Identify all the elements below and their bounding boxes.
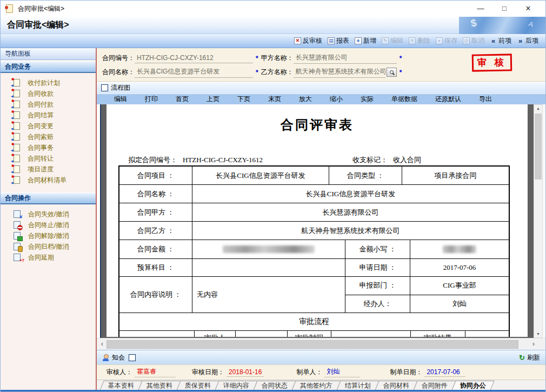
sidebar-item-payment-plan[interactable]: 收付款计划 xyxy=(1,77,96,88)
maximize-icon[interactable]: □ xyxy=(492,1,516,17)
scroll-left-icon[interactable]: ‹ xyxy=(98,338,106,350)
content-area: 合同编号： HTZH-CIG-CJ-CXZY-1612 * 甲方名称： 长兴慧源… xyxy=(97,48,545,390)
contract-name-field[interactable]: 长兴县CIG信息资源平台研发 xyxy=(135,67,253,78)
notify-label: 知会 xyxy=(112,353,125,362)
previous-item-button[interactable]: 前项 xyxy=(487,35,514,46)
close-icon[interactable]: ✕ xyxy=(516,1,540,17)
tab-contract-status[interactable]: 合同状态 xyxy=(253,381,296,390)
cancel-button[interactable]: 取消 xyxy=(460,35,487,46)
sidebar-item-contract-transfer[interactable]: 合同转让 xyxy=(1,153,96,164)
header-decoration xyxy=(459,17,545,34)
sidebar-item-contract-archive[interactable]: 合同归档/撤消 xyxy=(1,241,96,252)
approval-empty-cell xyxy=(465,331,509,337)
save-button[interactable]: 保存 xyxy=(433,35,460,46)
nav-panel-title: 导航面板 xyxy=(1,48,96,60)
party-b-row-value: 航天神舟智慧系统技术有限公司 xyxy=(192,222,509,240)
edit-button[interactable]: 编辑 xyxy=(379,35,406,46)
table-row: 合同乙方 ： 航天神舟智慧系统技术有限公司 xyxy=(119,222,509,240)
unaudit-icon xyxy=(294,37,301,44)
sidebar-item-contract-claim[interactable]: 合同索赔 xyxy=(1,131,96,142)
audit-stamp: 审 核 xyxy=(472,54,512,71)
sidebar-item-contract-payment[interactable]: 合同付款 xyxy=(1,99,96,110)
amount-small-redacted xyxy=(410,240,509,258)
name-label: 合同名称 ： xyxy=(119,185,192,203)
amount-value-redacted xyxy=(192,240,345,258)
pv-doc-data[interactable]: 单据数据 xyxy=(391,95,417,104)
tab-basic-info[interactable]: 基本资料 xyxy=(99,381,142,390)
sidebar-item-project-progress[interactable]: 项目进度 xyxy=(1,164,96,175)
sidebar-item-contract-release[interactable]: 合同解除/撤消 xyxy=(1,230,96,241)
vertical-scrollbar[interactable]: ▲ ▼ xyxy=(534,104,543,338)
pv-zoom-out[interactable]: 缩小 xyxy=(330,95,343,104)
audit-date-value: 2018-01-16 xyxy=(227,368,264,377)
minimize-icon[interactable]: — xyxy=(469,1,492,17)
vertical-scroll-thumb[interactable] xyxy=(535,114,542,180)
pv-actual-size[interactable]: 实际 xyxy=(361,95,374,104)
tab-settlement-plan[interactable]: 结算计划 xyxy=(336,381,379,390)
pv-zoom-in[interactable]: 放大 xyxy=(299,95,312,104)
notify-bar: 知会 ↻ 刷新 xyxy=(97,350,545,364)
viewport-edge xyxy=(543,104,545,338)
scroll-up-icon[interactable]: ▲ xyxy=(534,107,542,110)
audit-date-label: 审核日期： xyxy=(192,368,224,377)
sidebar-item-contract-affairs[interactable]: 合同事务 xyxy=(1,142,96,153)
type-label: 合同类型 ： xyxy=(329,167,402,184)
tab-warranty-info[interactable]: 质保资料 xyxy=(176,381,219,390)
flowchart-label: 流程图 xyxy=(111,83,130,92)
sidebar-item-contract-terminate[interactable]: 合同终止/撤消 xyxy=(1,220,96,230)
tab-detail-content[interactable]: 详细内容 xyxy=(215,381,257,390)
approval-time-label: 审批时间 xyxy=(288,331,331,337)
pv-print[interactable]: 打印 xyxy=(145,95,158,104)
tab-collaborative-office[interactable]: 协同办公 xyxy=(451,381,494,390)
scroll-right-icon[interactable]: › xyxy=(529,338,538,350)
tab-other-signers[interactable]: 其他签约方 xyxy=(291,381,341,390)
new-button[interactable]: 新增 xyxy=(352,35,379,46)
table-row: 合同名称 ： 长兴县CIG信息资源平台研发 xyxy=(119,185,509,203)
scroll-down-icon[interactable]: ▼ xyxy=(534,332,542,336)
tab-contract-materials[interactable]: 合同材料 xyxy=(375,381,417,390)
refresh-button[interactable]: ↻ 刷新 xyxy=(519,353,540,362)
horizontal-scroll-thumb[interactable] xyxy=(106,340,518,349)
dept-value: CIG事业部 xyxy=(410,277,509,295)
previous-icon xyxy=(490,37,497,44)
party-b-search-button[interactable] xyxy=(387,68,397,77)
sidebar-item-contract-materials-list[interactable]: 合同材料清单 xyxy=(1,175,96,185)
pv-restore-default[interactable]: 还原默认 xyxy=(435,95,461,104)
sidebar-item-contract-extend[interactable]: 合同延期 xyxy=(1,252,96,263)
report-icon xyxy=(328,37,335,44)
sidebar-item-contract-receipt[interactable]: 合同收款 xyxy=(1,88,96,99)
sidebar-item-contract-settlement[interactable]: 合同结算 xyxy=(1,110,96,121)
notify-checkbox[interactable] xyxy=(129,354,136,361)
required-mark: * xyxy=(256,55,258,62)
section-header-contract-business[interactable]: 合同业务 xyxy=(1,61,96,73)
flowchart-checkbox[interactable] xyxy=(101,84,108,91)
unaudit-button[interactable]: 反审核 xyxy=(291,35,325,46)
bottom-tabs: 基本资料 其他资料 质保资料 详细内容 合同状态 其他签约方 结算计划 合同材料… xyxy=(97,380,545,391)
next-item-button[interactable]: 后项 xyxy=(514,35,541,46)
refresh-icon: ↻ xyxy=(519,354,525,362)
tab-contract-attachments[interactable]: 合同附件 xyxy=(413,381,456,390)
amount-small-label: 金额小写 ： xyxy=(345,240,410,258)
tab-other-info[interactable]: 其他资料 xyxy=(138,381,181,390)
content-label: 合同内容说明 ： xyxy=(119,277,192,313)
pv-edit[interactable]: 编辑 xyxy=(114,95,127,104)
delete-button[interactable]: 删除 xyxy=(406,35,433,46)
party-a-field[interactable]: 长兴慧源有限公司 xyxy=(294,52,397,64)
pv-next-page[interactable]: 下页 xyxy=(237,95,250,104)
table-row: 合同内容说明 ： 无内容 申报部门 ： CIG事业部 经办人： 刘灿 xyxy=(119,277,509,313)
section-header-contract-operations[interactable]: 合同操作 xyxy=(1,192,96,204)
horizontal-scrollbar[interactable]: ‹ › xyxy=(97,338,545,350)
sidebar-item-contract-invalidate[interactable]: 合同失效/撤消 xyxy=(1,209,96,220)
pv-prev-page[interactable]: 上页 xyxy=(207,95,219,104)
party-b-label: 乙方名称： xyxy=(261,68,294,77)
pv-export[interactable]: 导出 xyxy=(479,95,492,104)
pv-first-page[interactable]: 首页 xyxy=(176,95,189,104)
table-row: 预算科目 ： 申请日期 ： 2017-07-06 xyxy=(119,259,509,277)
pv-last-page[interactable]: 末页 xyxy=(268,95,281,104)
document-icon xyxy=(14,90,20,97)
report-button[interactable]: 报表 xyxy=(325,35,352,46)
sidebar-item-contract-change[interactable]: 合同变更 xyxy=(1,121,96,131)
party-b-field[interactable]: 航天神舟智慧系统技术有限公司 xyxy=(294,67,385,78)
contract-no-field[interactable]: HTZH-CIG-CJ-CXZY-1612 xyxy=(135,54,253,63)
titlebar: 合同审批<编辑> — □ ✕ xyxy=(1,1,545,17)
